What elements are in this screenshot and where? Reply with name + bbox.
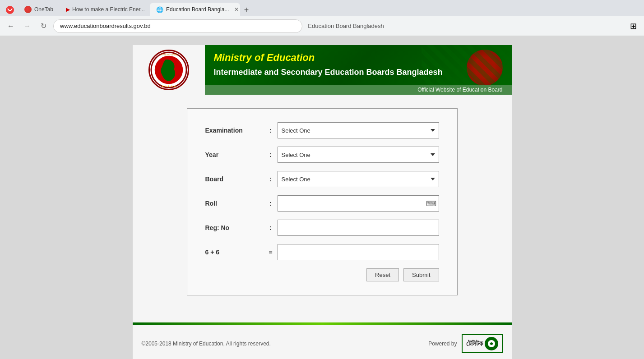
year-label: Year (205, 151, 264, 158)
youtube-icon: ▶ (66, 7, 69, 13)
site-header: ★ ★ ★ ★ ★ বাংলাদেশ সরকার Ministry of Edu… (133, 45, 512, 95)
examination-row: Examination : Select One (205, 122, 439, 138)
teletalk-badge: টেলিটক (462, 334, 503, 353)
address-title: Education Board Bangladesh (308, 23, 384, 29)
svg-text:★ ★ ★ ★ ★: ★ ★ ★ ★ ★ (162, 85, 176, 87)
roll-row: Roll : ⌨ (205, 195, 439, 212)
board-title: Intermediate and Secondary Education Boa… (214, 67, 503, 78)
page-content: ★ ★ ★ ★ ★ বাংলাদেশ সরকার Ministry of Edu… (0, 36, 644, 359)
powered-by: Powered by টেলিটক (428, 334, 502, 353)
address-bar[interactable] (53, 19, 302, 33)
logo-circle: ★ ★ ★ ★ ★ বাংলাদেশ সরকার (148, 50, 189, 90)
reg-no-input[interactable] (278, 220, 439, 236)
form-buttons: Reset Submit (205, 268, 439, 281)
captcha-input[interactable] (278, 244, 439, 260)
form-box: Examination : Select One Year : Select O… (187, 108, 458, 295)
roll-label: Roll (205, 200, 264, 207)
form-section: Examination : Select One Year : Select O… (133, 95, 512, 309)
year-select[interactable]: Select One (278, 147, 439, 163)
board-select[interactable]: Select One (278, 171, 439, 187)
header-footer: Official Website of Education Board (205, 85, 512, 95)
reg-no-label: Reg: No (205, 224, 264, 231)
board-colon: : (264, 175, 278, 183)
reg-no-colon: : (264, 224, 278, 231)
captcha-equals: = (264, 249, 278, 256)
board-control: Select One (278, 171, 439, 187)
board-label: Board (205, 175, 264, 183)
roll-control: ⌨ (278, 195, 439, 212)
svg-point-0 (6, 6, 14, 14)
captcha-label: 6 + 6 (205, 249, 264, 256)
logo-section: ★ ★ ★ ★ ★ বাংলাদেশ সরকার (133, 45, 205, 95)
year-control: Select One (278, 147, 439, 163)
examination-colon: : (264, 127, 278, 134)
back-button[interactable]: ← (5, 20, 17, 32)
tab-youtube-label: How to make a Electric Ener... (72, 6, 145, 13)
site-wrapper: ★ ★ ★ ★ ★ বাংলাদেশ সরকার Ministry of Edu… (133, 45, 512, 359)
teletalk-text: টেলিটক (466, 340, 483, 348)
official-label: Official Website of Education Board (417, 87, 502, 93)
extensions-icon[interactable]: ⊞ (627, 20, 639, 32)
tab-youtube[interactable]: ▶ How to make a Electric Ener... (60, 3, 150, 16)
powered-by-label: Powered by (428, 341, 457, 347)
board-row: Board : Select One (205, 171, 439, 187)
browser-toolbar: ← → ↻ Education Board Bangladesh ⊞ (0, 16, 644, 36)
svg-text:বাংলাদেশ সরকার: বাংলাদেশ সরকার (160, 53, 177, 56)
site-footer: ©2005-2018 Ministry of Education, All ri… (133, 325, 512, 359)
browser-tabs: OneTab ▶ How to make a Electric Ener... … (0, 0, 644, 16)
captcha-row: 6 + 6 = (205, 244, 439, 260)
tab-close-button[interactable]: ✕ (234, 6, 239, 13)
header-content: Ministry of Education Intermediate and S… (205, 45, 512, 85)
examination-label: Examination (205, 127, 264, 134)
tab-onetab[interactable]: OneTab (18, 3, 60, 16)
reg-no-control (278, 220, 439, 236)
roll-input[interactable] (278, 195, 439, 212)
reset-button[interactable]: Reset (366, 268, 399, 281)
captcha-control (278, 244, 439, 260)
roll-colon: : (264, 200, 278, 207)
teletalk-icon (485, 337, 498, 350)
new-tab-button[interactable]: + (240, 4, 253, 16)
ministry-title: Ministry of Education (214, 52, 503, 64)
logo-svg: ★ ★ ★ ★ ★ বাংলাদেশ সরকার (150, 51, 188, 89)
browser-logo[interactable] (4, 4, 16, 16)
roll-input-wrapper: ⌨ (278, 195, 439, 212)
examination-control: Select One (278, 122, 439, 138)
tab-onetab-label: OneTab (34, 6, 53, 13)
reg-no-row: Reg: No : (205, 220, 439, 236)
browser-chrome: OneTab ▶ How to make a Electric Ener... … (0, 0, 644, 36)
submit-button[interactable]: Submit (403, 268, 439, 281)
year-colon: : (264, 151, 278, 158)
examination-select[interactable]: Select One (278, 122, 439, 138)
copyright-text: ©2005-2018 Ministry of Education, All ri… (142, 341, 271, 347)
year-row: Year : Select One (205, 147, 439, 163)
reload-button[interactable]: ↻ (37, 20, 50, 32)
tab-eduboard[interactable]: 🌐 Education Board Bangla... ✕ (150, 3, 240, 16)
tab-eduboard-label: Education Board Bangla... (166, 6, 229, 13)
vivaldi-icon (24, 6, 32, 13)
new-tab-label: + (244, 5, 249, 15)
forward-button[interactable]: → (21, 20, 33, 32)
globe-icon: 🌐 (156, 6, 163, 13)
keyboard-icon: ⌨ (426, 199, 436, 208)
